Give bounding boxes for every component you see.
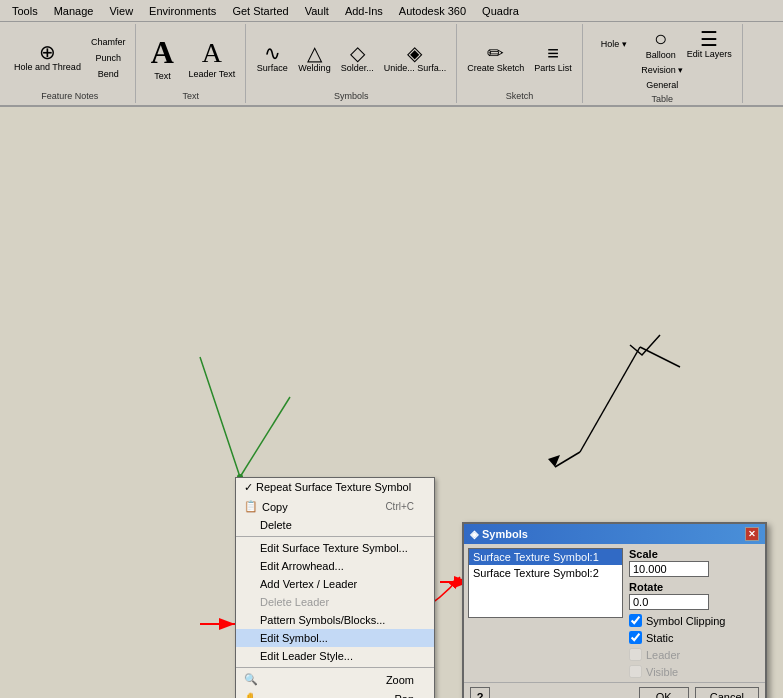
symbol-clipping-checkbox[interactable] (629, 614, 642, 627)
pan-icon: ✋ (244, 692, 258, 698)
ctx-edit-leader-style[interactable]: Edit Leader Style... (236, 647, 434, 665)
ctx-pan[interactable]: ✋ Pan (236, 689, 434, 698)
menu-view[interactable]: View (101, 3, 141, 19)
black-symbol-right (548, 335, 680, 467)
menu-bar: Tools Manage View Environments Get Start… (0, 0, 783, 22)
leader-text-icon: A (202, 37, 222, 69)
parts-list-label: Parts List (534, 63, 572, 73)
ribbon-btn-balloon[interactable]: ○ Balloon (641, 26, 681, 62)
ctx-zoom[interactable]: 🔍 Zoom (236, 670, 434, 689)
text-buttons: A Text A Leader Text (142, 26, 239, 89)
dialog-title-icon: ◈ (470, 528, 478, 541)
dialog-close-button[interactable]: ✕ (745, 527, 759, 541)
cancel-button[interactable]: Cancel (695, 687, 759, 698)
svg-line-0 (200, 357, 240, 477)
table-group-label: Table (652, 92, 674, 104)
general-label: General (646, 80, 678, 90)
ctx-edit-symbol[interactable]: Edit Symbol... (236, 629, 434, 647)
hole-thread-icon: ⊕ (39, 42, 56, 62)
ok-button[interactable]: OK (639, 687, 689, 698)
ctx-repeat-surface[interactable]: ✓ Repeat Surface Texture Symbol (236, 478, 434, 497)
balloon-icon: ○ (654, 28, 667, 50)
ribbon-btn-punch[interactable]: Punch (87, 51, 130, 65)
leader-checkbox (629, 648, 642, 661)
ribbon: ⊕ Hole and Thread Chamfer Punch Bend Fea… (0, 22, 783, 107)
ctx-edit-surface-texture[interactable]: Edit Surface Texture Symbol... (236, 539, 434, 557)
ctx-edit-arrowhead[interactable]: Edit Arrowhead... (236, 557, 434, 575)
help-button[interactable]: ? (470, 687, 490, 698)
scale-field-group: Scale (629, 548, 761, 577)
ctx-delete-leader: Delete Leader (236, 593, 434, 611)
ribbon-btn-hole[interactable]: Hole ▾ (589, 26, 639, 62)
ribbon-btn-revision[interactable]: Revision ▾ (637, 63, 687, 77)
svg-marker-6 (548, 455, 560, 467)
ribbon-btn-leader-text[interactable]: A Leader Text (184, 35, 239, 81)
ctx-edit-surface-texture-label: Edit Surface Texture Symbol... (260, 542, 408, 554)
revision-label: Revision ▾ (641, 65, 683, 75)
copy-icon: 📋 (244, 500, 258, 513)
main-area[interactable]: ✓ Repeat Surface Texture Symbol 📋 Copy C… (0, 107, 783, 698)
symbol-list-item-1[interactable]: Surface Texture Symbol:1 (469, 549, 622, 565)
visible-checkbox (629, 665, 642, 678)
ribbon-btn-text[interactable]: A Text (142, 32, 182, 83)
svg-line-3 (580, 347, 640, 452)
ribbon-btn-solder[interactable]: ◇ Solder... (337, 41, 378, 75)
leader-label: Leader (646, 649, 680, 661)
ribbon-btn-unide[interactable]: ◈ Unide... Surfa... (380, 41, 451, 75)
solder-label: Solder... (341, 63, 374, 73)
ribbon-btn-bend[interactable]: Bend (87, 67, 130, 81)
dialog-content: Surface Texture Symbol:1 Surface Texture… (464, 544, 765, 682)
symbol-list[interactable]: Surface Texture Symbol:1 Surface Texture… (468, 548, 623, 618)
menu-get-started[interactable]: Get Started (224, 3, 296, 19)
svg-line-4 (640, 347, 680, 367)
text-icon: A (151, 34, 174, 71)
ribbon-btn-general[interactable]: General (637, 78, 687, 92)
feature-notes-group-label: Feature Notes (41, 89, 98, 101)
hole-thread-label: Hole and Thread (14, 62, 81, 73)
punch-label: Punch (95, 53, 121, 63)
menu-vault[interactable]: Vault (297, 3, 337, 19)
ctx-add-vertex[interactable]: Add Vertex / Leader (236, 575, 434, 593)
menu-quadra[interactable]: Quadra (474, 3, 527, 19)
ribbon-btn-surface[interactable]: ∿ Surface (252, 41, 292, 75)
ctx-edit-symbol-label: Edit Symbol... (260, 632, 328, 644)
ctx-copy-label: Copy (262, 501, 365, 513)
ctx-pattern-symbols-label: Pattern Symbols/Blocks... (260, 614, 385, 626)
ribbon-group-table: Hole ▾ ○ Balloon ☰ Edit Layers Revision … (583, 24, 743, 103)
ctx-delete-leader-label: Delete Leader (260, 596, 329, 608)
leader-text-label: Leader Text (188, 69, 235, 79)
edit-layers-icon: ☰ (700, 29, 718, 49)
ribbon-group-feature-notes: ⊕ Hole and Thread Chamfer Punch Bend Fea… (4, 24, 136, 103)
green-symbol-left (200, 357, 290, 480)
hole-label: Hole ▾ (601, 39, 627, 49)
menu-manage[interactable]: Manage (46, 3, 102, 19)
ctx-copy-shortcut: Ctrl+C (385, 501, 414, 512)
symbol-clipping-label: Symbol Clipping (646, 615, 725, 627)
ctx-delete[interactable]: Delete (236, 516, 434, 534)
text-group-label: Text (183, 89, 200, 101)
ctx-copy[interactable]: 📋 Copy Ctrl+C (236, 497, 434, 516)
sketch-group-label: Sketch (506, 89, 534, 101)
rotate-input[interactable] (629, 594, 709, 610)
welding-icon: △ (307, 43, 322, 63)
dialog-title: Symbols (482, 528, 528, 540)
ribbon-btn-hole-thread[interactable]: ⊕ Hole and Thread (10, 40, 85, 75)
ribbon-group-text: A Text A Leader Text Text (136, 24, 246, 103)
ctx-zoom-label: Zoom (386, 674, 414, 686)
menu-autodesk360[interactable]: Autodesk 360 (391, 3, 474, 19)
menu-tools[interactable]: Tools (4, 3, 46, 19)
chamfer-label: Chamfer (91, 37, 126, 47)
scale-input[interactable] (629, 561, 709, 577)
ribbon-btn-create-sketch[interactable]: ✏ Create Sketch (463, 41, 528, 75)
static-row: Static (629, 631, 761, 644)
symbol-list-item-2[interactable]: Surface Texture Symbol:2 (469, 565, 622, 581)
menu-add-ins[interactable]: Add-Ins (337, 3, 391, 19)
ctx-pattern-symbols[interactable]: Pattern Symbols/Blocks... (236, 611, 434, 629)
symbols-group-label: Symbols (334, 89, 369, 101)
ribbon-btn-welding[interactable]: △ Welding (294, 41, 334, 75)
ribbon-btn-chamfer[interactable]: Chamfer (87, 35, 130, 49)
static-checkbox[interactable] (629, 631, 642, 644)
ribbon-btn-edit-layers[interactable]: ☰ Edit Layers (683, 26, 736, 62)
ribbon-btn-parts-list[interactable]: ≡ Parts List (530, 41, 576, 75)
menu-environments[interactable]: Environments (141, 3, 224, 19)
